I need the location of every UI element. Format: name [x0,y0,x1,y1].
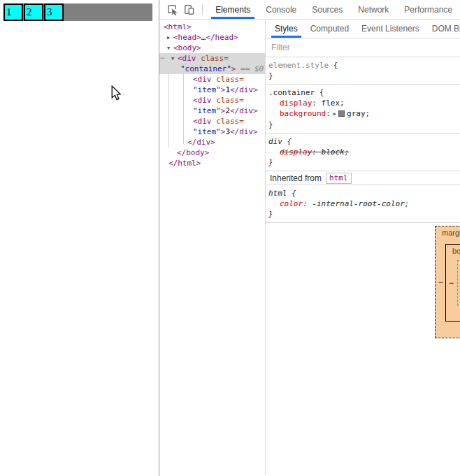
device-toolbar-icon[interactable] [181,1,199,18]
dom-segment-tag: <html> [164,22,192,31]
node-more-actions[interactable]: … [160,51,165,62]
dom-segment-attr: class= [216,117,244,126]
css-property[interactable]: display: block; [268,147,457,157]
matched-css-rules: element.style {}.container {display: fle… [266,57,460,171]
dom-segment-tag: <div [193,96,212,105]
semicolon: ; [366,109,371,118]
brace-close: } [268,120,457,130]
box-model-margin-left-value[interactable]: − [438,277,443,287]
box-model-margin-label: margin [442,229,460,237]
tab-elements[interactable]: Elements [208,0,258,19]
dom-segment-attr: class= [216,75,244,84]
dom-segment-txt: 2 [225,106,230,115]
semicolon: ; [345,147,350,157]
dom-tree-line[interactable]: "item">3</div> [159,127,265,137]
colon: : [312,99,321,108]
inspect-element-icon[interactable] [164,1,181,18]
css-property-value[interactable]: -internal-root-color [312,199,404,208]
tab-dom-breakpoints[interactable]: DOM Breakpoints [426,20,460,38]
dom-segment-tag: <body> [173,43,201,52]
dom-tree-line[interactable]: <div class= [159,74,265,85]
styles-pane: StylesComputedEvent ListenersDOM Breakpo… [266,20,460,475]
css-property[interactable]: display: flex; [268,98,457,108]
expand-value-icon[interactable]: ▶ [333,111,336,117]
box-model-border-left-value[interactable]: − [449,278,454,288]
color-swatch[interactable] [338,110,345,117]
css-rule: .container {display: flex;background:▶gr… [266,85,460,134]
brace-open: { [287,189,296,198]
css-property[interactable]: background:▶gray; [268,108,457,120]
dom-segment-str: "container" [180,64,231,73]
css-property-name[interactable]: background [280,109,326,118]
css-selector[interactable]: .container [268,88,315,97]
page-item: 1 [3,3,23,21]
mouse-cursor [111,85,121,101]
expand-arrow-icon[interactable]: ▼ [167,43,173,54]
tab-computed[interactable]: Computed [304,20,355,38]
semicolon: ; [340,99,345,108]
page-item: 3 [44,3,64,21]
dom-tree-line[interactable]: …▼<div class= [159,53,265,64]
css-property-name[interactable]: color [280,199,303,208]
css-selector[interactable]: html [268,189,287,198]
expand-arrow-icon[interactable]: ▼ [171,54,178,64]
dom-tree-line[interactable]: "container"> == $0 [159,64,265,74]
colon: : [312,147,321,157]
brace-close: } [268,157,457,168]
page-item: 2 [24,3,43,21]
dom-segment-tag: </html> [168,159,201,168]
css-selector[interactable]: div [268,137,282,146]
dom-tree-line[interactable]: </html> [159,158,265,168]
dom-segment-tag: <div [193,75,212,84]
dom-segment-tag: </div> [230,106,258,115]
rendered-page: 123 [0,0,159,476]
styles-tab-bar: StylesComputedEvent ListenersDOM Breakpo… [266,20,460,38]
dom-tree-line[interactable]: "item">1</div> [159,85,265,95]
dom-tree-line[interactable]: "item">2</div> [159,106,265,116]
css-property-name[interactable]: display [280,147,312,157]
css-property-name[interactable]: display [280,99,312,108]
dom-tree-line[interactable]: <div class= [159,95,265,106]
inherited-node-link[interactable]: html [326,173,352,184]
dom-segment-txt: 3 [225,127,230,136]
colon: : [303,199,312,208]
dom-segment-str: "item" [193,106,221,115]
css-property-value[interactable]: gray [347,109,366,118]
dom-segment-tag: <head> [173,33,201,42]
tab-network[interactable]: Network [350,0,396,19]
dom-tree-line[interactable]: ▶<head>…</head> [159,32,265,43]
brace-open: { [282,137,292,146]
devtools-panel: ElementsConsoleSourcesNetworkPerformance… [159,0,460,476]
dom-segment-tag: </head> [206,33,238,42]
elements-tree-pane: <html>▶<head>…</head>▼<body>…▼<div class… [159,20,266,475]
css-rule: div {display: block;} [266,134,460,171]
dom-tree-line[interactable]: <div class= [159,116,265,127]
dom-segment-attr: class= [201,54,229,63]
tab-performance[interactable]: Performance [396,0,460,19]
styles-filter-input[interactable]: Filter [271,43,290,52]
dom-tree-line[interactable]: </div> [159,137,265,147]
devtools-tab-bar: ElementsConsoleSourcesNetworkPerformance [208,0,460,19]
css-selector[interactable]: element.style [268,61,329,70]
expand-arrow-icon[interactable]: ▶ [167,33,173,43]
box-model-border-label: border [452,247,460,255]
css-property-value[interactable]: flex [322,99,340,108]
tab-event-listeners[interactable]: Event Listeners [355,20,426,38]
css-rule-header: element.style { [268,60,457,71]
dom-tree-line[interactable]: <html> [159,22,265,32]
devtools-body: <html>▶<head>…</head>▼<body>…▼<div class… [159,20,460,475]
css-property[interactable]: color: -internal-root-color; [268,199,457,209]
dom-tree-line[interactable]: </body> [159,147,265,158]
css-property-value[interactable]: block [322,147,345,157]
dom-tree-line[interactable]: ▼<body> [159,43,265,53]
dom-tree: <html>▶<head>…</head>▼<body>…▼<div class… [159,22,265,168]
tab-sources[interactable]: Sources [304,0,350,19]
dom-segment-str: "item" [193,127,221,136]
dom-segment-tag: </div> [230,127,258,136]
dom-segment-meta: == $0 [236,64,264,73]
brace-open: { [329,61,338,70]
tab-styles[interactable]: Styles [268,20,304,38]
css-rule-header: div { [268,136,457,147]
brace-close: } [268,209,457,219]
tab-console[interactable]: Console [258,0,304,19]
